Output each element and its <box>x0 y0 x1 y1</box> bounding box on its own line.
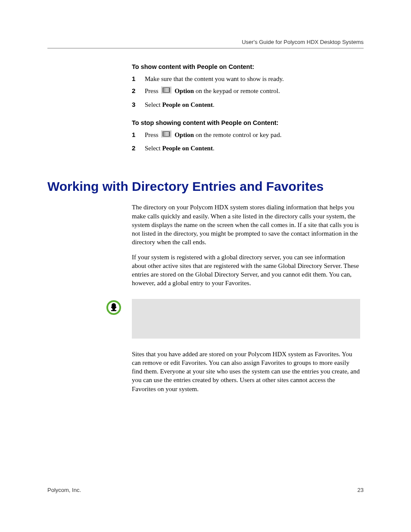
svg-rect-5 <box>165 90 169 90</box>
steps-list-1: 1 Make sure that the content you want to… <box>132 75 360 109</box>
svg-rect-13 <box>165 134 169 134</box>
svg-rect-10 <box>164 132 165 133</box>
svg-rect-2 <box>164 88 165 89</box>
step: 1 Make sure that the content you want to… <box>132 75 360 83</box>
page-header: User's Guide for Polycom HDX Desktop Sys… <box>47 39 364 49</box>
tip-icon <box>106 309 121 317</box>
procedure-title-1: To show content with People on Content: <box>132 63 360 70</box>
step-number: 2 <box>132 87 145 96</box>
step-number: 1 <box>132 131 145 140</box>
page-number: 23 <box>358 487 364 493</box>
step-text: Make sure that the content you want to s… <box>145 75 360 83</box>
step-number: 2 <box>132 144 145 152</box>
main-content: To show content with People on Content: … <box>132 63 360 152</box>
svg-rect-7 <box>165 91 169 92</box>
paragraph: The directory on your Polycom HDX system… <box>132 203 360 246</box>
svg-rect-11 <box>165 132 169 133</box>
svg-rect-12 <box>164 134 165 134</box>
svg-rect-4 <box>164 90 165 90</box>
svg-rect-14 <box>164 135 165 136</box>
svg-rect-6 <box>164 91 165 92</box>
svg-rect-3 <box>165 88 169 89</box>
step-text: Press Option on the remote control or ke… <box>145 131 360 140</box>
svg-rect-19 <box>113 310 115 311</box>
note-block <box>106 299 360 339</box>
section-heading: Working with Directory Entries and Favor… <box>47 179 364 193</box>
step: 2 Press Option on the keypad or remote c… <box>132 87 360 96</box>
procedure-title-2: To stop showing content with People on C… <box>132 119 360 126</box>
page-footer: Polycom, Inc. 23 <box>47 487 364 493</box>
note-icon-cell <box>106 299 132 339</box>
svg-rect-15 <box>165 135 169 136</box>
step: 1 Press Option on the remote control or … <box>132 131 360 140</box>
option-icon <box>161 87 171 96</box>
option-icon <box>161 131 171 140</box>
svg-rect-18 <box>112 308 115 310</box>
step-text: Press Option on the keypad or remote con… <box>145 87 360 96</box>
step-number: 3 <box>132 100 145 109</box>
paragraph: If your system is registered with a glob… <box>132 253 360 288</box>
step: 2 Select People on Content. <box>132 144 360 152</box>
step-number: 1 <box>132 75 145 83</box>
step-text: Select People on Content. <box>145 100 360 109</box>
paragraph: Sites that you have added are stored on … <box>132 350 360 393</box>
document-page: User's Guide for Polycom HDX Desktop Sys… <box>0 0 411 532</box>
step-text: Select People on Content. <box>145 144 360 152</box>
steps-list-2: 1 Press Option on the remote control or … <box>132 131 360 153</box>
note-content-box <box>132 299 360 339</box>
footer-company: Polycom, Inc. <box>47 487 81 493</box>
doc-title: User's Guide for Polycom HDX Desktop Sys… <box>242 39 364 45</box>
step: 3 Select People on Content. <box>132 100 360 109</box>
main-content-2: The directory on your Polycom HDX system… <box>132 203 360 393</box>
